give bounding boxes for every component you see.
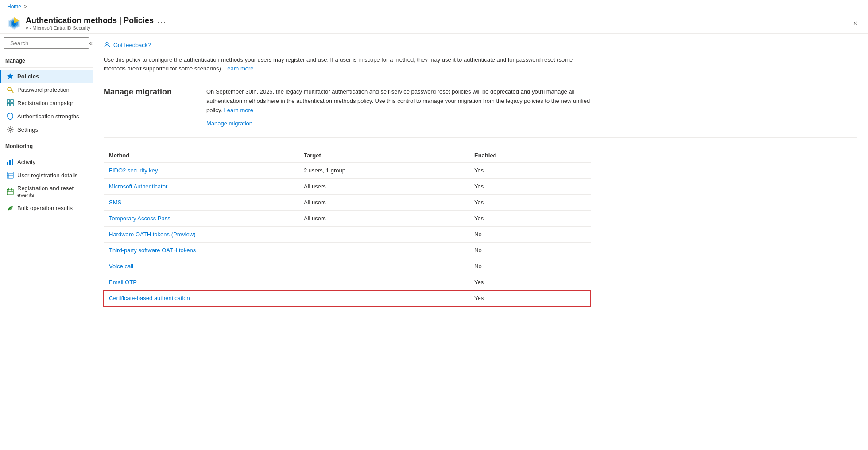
sidebar-item-activity[interactable]: Activity [0,155,93,168]
breadcrumb-home[interactable]: Home [7,4,21,10]
cell-enabled: Yes [469,290,591,306]
migration-section: Manage migration On September 30th, 2025… [104,87,857,138]
close-button[interactable]: × [850,18,861,29]
sidebar-item-registration-campaign[interactable]: Registration campaign [0,96,93,110]
cell-enabled: Yes [469,195,591,211]
method-link-5[interactable]: Third-party software OATH tokens [109,247,196,254]
sidebar-label-registration-reset: Registration and reset events [17,185,87,198]
sidebar-label-settings: Settings [17,126,38,133]
sidebar-item-settings[interactable]: Settings [0,123,93,136]
svg-rect-19 [7,172,13,178]
manage-divider [0,67,93,68]
chart-icon [7,158,14,165]
svg-rect-11 [7,100,10,102]
cell-enabled: Yes [469,274,591,290]
cell-enabled: Yes [469,163,591,179]
sidebar: « Manage Policies Password protec [0,34,93,450]
migration-title: Manage migration [104,87,192,129]
method-link-3[interactable]: Temporary Access Pass [109,215,170,222]
sidebar-label-activity: Activity [17,159,35,165]
breadcrumb-separator: > [24,4,27,10]
search-bar: « [4,37,89,49]
sidebar-item-password-protection[interactable]: Password protection [0,83,93,96]
method-link-8[interactable]: Certificate-based authentication [109,295,190,301]
cell-enabled: No [469,243,591,258]
cell-method: SMS [104,195,298,211]
cell-target: 2 users, 1 group [298,163,469,179]
sidebar-label-authentication-strengths: Authentication strengths [17,113,79,120]
cell-target [298,243,469,258]
method-link-4[interactable]: Hardware OATH tokens (Preview) [109,231,196,238]
grid2-icon [7,172,14,179]
migration-learn-more-link[interactable]: Learn more [224,107,253,113]
cell-target [298,290,469,306]
svg-marker-7 [7,73,13,79]
search-input[interactable] [10,40,85,47]
svg-point-15 [9,129,12,131]
svg-point-8 [8,87,11,91]
table-row: Hardware OATH tokens (Preview)No [104,227,591,243]
sidebar-item-policies[interactable]: Policies [0,70,93,83]
method-link-2[interactable]: SMS [109,199,121,206]
collapse-sidebar-button[interactable]: « [87,39,93,47]
manage-migration-link[interactable]: Manage migration [206,119,605,129]
page-header: Authentication methods | Policies ... v … [0,13,868,34]
svg-rect-23 [7,189,13,195]
method-link-1[interactable]: Microsoft Authenticator [109,183,167,190]
cell-method: Hardware OATH tokens (Preview) [104,227,298,243]
description-text: Use this policy to configure the authent… [104,55,591,80]
table-row: Third-party software OATH tokensNo [104,243,591,258]
page-title: Authentication methods | Policies [26,16,154,25]
app-icon [7,16,21,31]
cell-method: Certificate-based authentication [104,290,298,306]
key-icon [7,86,14,93]
cell-method: Third-party software OATH tokens [104,243,298,258]
cell-method: Email OTP [104,274,298,290]
method-link-7[interactable]: Email OTP [109,279,137,286]
sidebar-label-policies: Policies [17,73,39,80]
description-learn-more-link[interactable]: Learn more [224,65,253,72]
table-row: Voice callNo [104,258,591,274]
leaf-icon [7,204,14,211]
cell-method: Voice call [104,258,298,274]
sidebar-label-password-protection: Password protection [17,86,70,93]
cell-target: All users [298,195,469,211]
cell-enabled: Yes [469,211,591,227]
content-area: Got feedback? Use this policy to configu… [93,34,868,450]
feedback-icon [104,41,111,49]
methods-table: Method Target Enabled FIDO2 security key… [104,149,591,306]
sidebar-item-user-registration[interactable]: User registration details [0,168,93,182]
table-row: FIDO2 security key2 users, 1 groupYes [104,163,591,179]
sidebar-item-registration-reset[interactable]: Registration and reset events [0,182,93,201]
table-row: SMSAll usersYes [104,195,591,211]
header-subtitle: v - Microsoft Entra ID Security [26,25,167,31]
cell-enabled: No [469,227,591,243]
method-link-6[interactable]: Voice call [109,263,133,270]
table-row: Certificate-based authenticationYes [104,290,591,306]
cell-target [298,274,469,290]
breadcrumb: Home > [0,0,868,13]
feedback-text: Got feedback? [113,42,151,48]
monitoring-section-label: Monitoring [0,140,93,151]
sidebar-label-bulk-operation: Bulk operation results [17,205,73,211]
star-icon [7,73,14,80]
cell-target: All users [298,179,469,195]
cell-enabled: No [469,258,591,274]
svg-rect-12 [11,100,13,102]
feedback-bar[interactable]: Got feedback? [104,41,857,49]
col-target: Target [298,149,469,163]
gear-icon [7,126,14,133]
shield-icon [7,113,14,120]
cell-target: All users [298,211,469,227]
manage-section-label: Manage [0,54,93,66]
calendar-icon [7,188,14,195]
cell-method: Temporary Access Pass [104,211,298,227]
svg-rect-16 [7,162,8,165]
sidebar-item-bulk-operation[interactable]: Bulk operation results [0,201,93,215]
table-row: Microsoft AuthenticatorAll usersYes [104,179,591,195]
sidebar-label-user-registration: User registration details [17,172,78,179]
col-method: Method [104,149,298,163]
sidebar-item-authentication-strengths[interactable]: Authentication strengths [0,110,93,123]
method-link-0[interactable]: FIDO2 security key [109,167,158,174]
header-ellipsis-btn[interactable]: ... [157,16,167,25]
